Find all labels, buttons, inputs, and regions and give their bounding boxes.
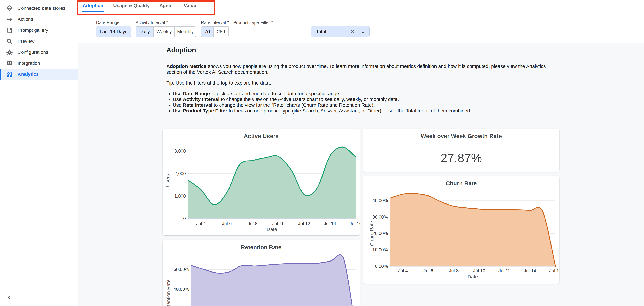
sidebar: Connected data stores Actions Prompt gal… <box>0 0 78 306</box>
sidebar-item-prompt-gallery[interactable]: Prompt gallery <box>0 25 78 36</box>
svg-text:Jul 8: Jul 8 <box>449 268 458 273</box>
svg-text:20.00%: 20.00% <box>372 231 388 236</box>
actions-icon <box>6 16 13 23</box>
collapse-sidebar-icon[interactable] <box>6 294 13 301</box>
churn-rate-chart: 0.00%10.00%20.00%30.00%40.00%Jul 4Jul 6J… <box>363 176 560 284</box>
rate-28d-option[interactable]: 28d <box>214 26 228 37</box>
svg-text:Jul 16: Jul 16 <box>549 268 560 273</box>
svg-text:Jul 8: Jul 8 <box>248 221 258 226</box>
tips-list: Use Date Range to pick a start and end d… <box>173 91 471 114</box>
configurations-icon <box>6 49 13 56</box>
svg-text:Jul 4: Jul 4 <box>398 268 408 273</box>
sidebar-item-label: Preview <box>18 39 34 44</box>
retention-rate-card: 0.00%20.00%40.00%60.00%Jul 4Jul 6Jul 8Ju… <box>162 240 360 306</box>
list-item: Use Date Range to pick a start and end d… <box>173 91 471 96</box>
preview-icon <box>6 38 13 45</box>
sidebar-item-preview[interactable]: Preview <box>0 36 78 47</box>
divider <box>360 29 360 35</box>
svg-text:Jul 10: Jul 10 <box>473 268 485 273</box>
svg-text:40.00%: 40.00% <box>372 198 388 203</box>
svg-text:10.00%: 10.00% <box>372 247 388 252</box>
prompt-gallery-icon <box>6 27 13 34</box>
svg-text:1,000: 1,000 <box>174 193 186 199</box>
page-title: Adoption <box>166 46 196 54</box>
list-item: Use Product Type Filter to focus on one … <box>173 108 471 114</box>
list-item: Use Activity Interval to change the view… <box>173 96 471 102</box>
sidebar-item-analytics[interactable]: Analytics <box>0 69 78 80</box>
chart-title: Week over Week Growth Rate <box>363 133 560 139</box>
tip-text: Tip: Use the filters at the top to explo… <box>166 80 271 86</box>
tab-agent[interactable]: Agent <box>158 0 174 12</box>
sidebar-item-actions[interactable]: Actions <box>0 14 78 25</box>
active-users-card: 01,0002,0003,000Jul 4Jul 6Jul 8Jul 10Jul… <box>162 129 360 235</box>
svg-text:Jul 14: Jul 14 <box>324 221 336 226</box>
activity-daily-option[interactable]: Daily <box>136 26 154 37</box>
activity-interval-segmented: Daily Weekly Monthly <box>136 26 196 37</box>
sidebar-item-configurations[interactable]: Configurations <box>0 47 78 58</box>
chart-title: Retention Rate <box>162 244 360 251</box>
active-users-chart: 01,0002,0003,000Jul 4Jul 6Jul 8Jul 10Jul… <box>162 129 360 236</box>
svg-text:0.00%: 0.00% <box>375 264 388 269</box>
sidebar-item-label: Prompt gallery <box>18 27 48 33</box>
tab-usage-quality[interactable]: Usage & Quality <box>113 0 150 12</box>
sidebar-item-label: Analytics <box>18 72 39 77</box>
tab-bar: Adoption Usage & Quality Agent Value <box>78 0 644 12</box>
sidebar-item-label: Configurations <box>18 50 48 55</box>
tab-value[interactable]: Value <box>182 0 198 12</box>
svg-text:30.00%: 30.00% <box>372 214 388 220</box>
analytics-dashboard: { "colors": { "accent_blue": "#1a73e8", … <box>0 0 644 306</box>
data-stores-icon <box>6 5 13 12</box>
svg-text:Jul 12: Jul 12 <box>298 221 310 226</box>
svg-text:Jul 6: Jul 6 <box>222 221 232 226</box>
svg-text:Date: Date <box>468 274 478 280</box>
date-range-chip[interactable]: Last 14 Days <box>96 26 131 37</box>
svg-text:Jul 12: Jul 12 <box>498 268 511 273</box>
activity-monthly-option[interactable]: Monthly <box>175 26 196 37</box>
sidebar-item-label: Integration <box>18 61 40 66</box>
rate-7d-option[interactable]: 7d <box>201 26 214 37</box>
chart-title: Churn Rate <box>363 180 560 187</box>
main-content: Adoption Adoption Metrics shows you how … <box>78 43 644 306</box>
tab-adoption[interactable]: Adoption <box>82 0 104 12</box>
svg-text:Jul 14: Jul 14 <box>524 268 536 273</box>
sidebar-item-integration[interactable]: Integration <box>0 58 78 69</box>
intro-paragraph: Adoption Metrics shows you how people ar… <box>166 63 573 75</box>
rate-interval-segmented: 7d 28d <box>201 26 229 37</box>
rate-interval-label: Rate Interval * <box>201 20 229 25</box>
activity-interval-label: Activity Interval * <box>136 20 168 25</box>
svg-text:Retention Rate: Retention Rate <box>166 280 171 306</box>
churn-rate-card: 0.00%10.00%20.00%30.00%40.00%Jul 4Jul 6J… <box>363 176 560 284</box>
integration-icon <box>6 60 13 67</box>
activity-weekly-option[interactable]: Weekly <box>154 26 175 37</box>
chevron-down-icon[interactable] <box>362 31 364 32</box>
product-type-filter-label: Product Type Filter * <box>233 20 273 25</box>
product-type-filter-select[interactable]: Total <box>311 26 370 37</box>
wow-growth-card: Week over Week Growth Rate 27.87% <box>363 129 560 172</box>
svg-text:3,000: 3,000 <box>174 149 186 153</box>
svg-text:Jul 16: Jul 16 <box>350 221 360 226</box>
svg-text:2,000: 2,000 <box>174 171 186 176</box>
svg-text:Jul 4: Jul 4 <box>196 221 206 226</box>
svg-text:Users: Users <box>165 174 170 187</box>
sidebar-item-label: Connected data stores <box>18 5 66 11</box>
wow-growth-value: 27.87% <box>363 151 560 165</box>
sidebar-item-connected-data-stores[interactable]: Connected data stores <box>0 3 78 14</box>
svg-text:60.00%: 60.00% <box>174 267 189 272</box>
list-item: Use Rate Interval to change the view for… <box>173 102 471 108</box>
date-range-label: Date Range <box>96 20 120 25</box>
sidebar-item-label: Actions <box>18 16 33 22</box>
topbar: Adoption Usage & Quality Agent Value Dat… <box>78 0 644 43</box>
analytics-icon <box>6 71 13 78</box>
svg-text:Churn Rate: Churn Rate <box>369 221 374 246</box>
svg-text:Jul 6: Jul 6 <box>424 268 433 273</box>
svg-text:Jul 10: Jul 10 <box>272 221 284 226</box>
chart-title: Active Users <box>162 133 360 139</box>
svg-text:Date: Date <box>266 226 277 232</box>
svg-text:0: 0 <box>183 216 186 221</box>
svg-text:40.00%: 40.00% <box>174 287 189 292</box>
clear-filter-icon[interactable] <box>350 29 355 34</box>
